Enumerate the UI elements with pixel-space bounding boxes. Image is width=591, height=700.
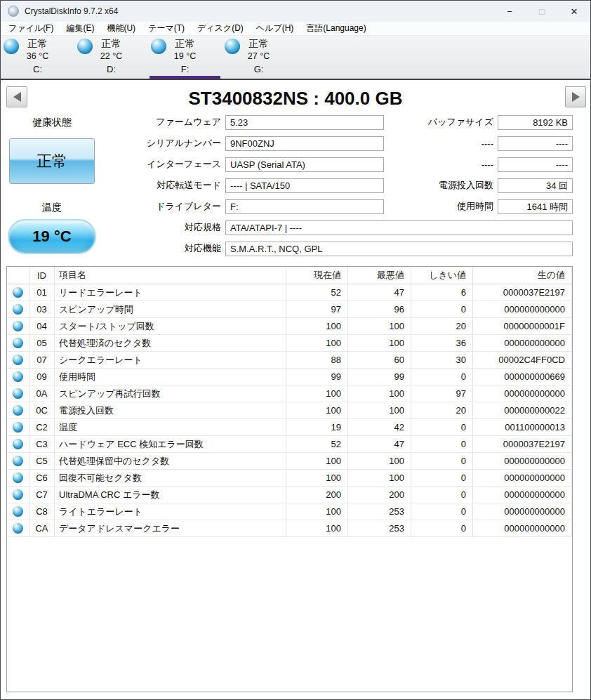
attribute-name: リードエラーレート — [55, 284, 286, 301]
header-id: ID — [29, 267, 55, 284]
table-row[interactable]: C7 UltraDMA CRC エラー数 200 200 0 000000000… — [7, 487, 572, 503]
info-field-row: ドライブレター F: — [1, 199, 384, 213]
attribute-current: 100 — [286, 335, 348, 351]
attribute-name: 温度 — [55, 419, 286, 435]
table-row[interactable]: 01 リードエラーレート 52 47 6 0000037E2197 — [7, 284, 572, 301]
attribute-worst: 47 — [348, 284, 411, 301]
attribute-status-icon — [13, 523, 23, 534]
maximize-button[interactable]: □ — [526, 1, 558, 22]
field-label: バッファサイズ — [387, 116, 498, 128]
row-status-cell — [7, 352, 29, 368]
attribute-worst: 47 — [348, 436, 411, 452]
menu-file[interactable]: ファイル(F) — [2, 22, 60, 34]
close-button[interactable]: ✕ — [558, 1, 590, 22]
attribute-raw: 000000000669 — [473, 369, 572, 385]
attribute-threshold: 0 — [411, 520, 473, 536]
drive-tab-f-selected[interactable]: 正常 19 °C F: — [148, 36, 222, 79]
attribute-current: 99 — [286, 369, 348, 385]
tab-drive-letter: C: — [1, 64, 74, 74]
attribute-worst: 60 — [348, 352, 411, 368]
table-row[interactable]: C6 回復不可能セクタ数 100 100 0 000000000000 — [7, 470, 572, 487]
table-row[interactable]: C3 ハードウェア ECC 検知エラー回数 52 47 0 0000037E21… — [7, 436, 572, 453]
drive-tab-d[interactable]: 正常 22 °C D: — [74, 36, 148, 79]
table-row[interactable]: CA データアドレスマークエラー 100 253 0 000000000000 — [7, 520, 572, 537]
attribute-raw: 000000000000 — [473, 453, 572, 469]
attribute-id: 09 — [29, 369, 55, 385]
row-status-cell — [7, 402, 29, 418]
menu-language[interactable]: 言語(Language) — [300, 22, 372, 34]
drive-tab-c[interactable]: 正常 36 °C C: — [1, 36, 74, 79]
table-row[interactable]: 03 スピンアップ時間 97 96 0 000000000000 — [7, 301, 572, 318]
table-row[interactable]: C8 ライトエラーレート 100 253 0 000000000000 — [7, 503, 572, 520]
field-label: 対応転送モード — [1, 179, 225, 192]
tab-temperature: 22 °C — [74, 51, 148, 61]
table-row[interactable]: 05 代替処理済のセクタ数 100 100 36 000000000000 — [7, 335, 572, 352]
attribute-id: 04 — [29, 318, 55, 334]
field-value: ---- — [498, 136, 573, 151]
header-worst-value: 最悪値 — [348, 267, 411, 284]
attribute-worst: 42 — [348, 419, 411, 435]
table-row[interactable]: C2 温度 19 42 0 001100000013 — [7, 419, 572, 436]
menu-bar: ファイル(F) 編集(E) 機能(U) テーマ(T) ディスク(D) ヘルプ(H… — [1, 22, 590, 36]
field-value: 1641 時間 — [498, 199, 573, 214]
table-row[interactable]: 07 シークエラーレート 88 60 30 00002C4FF0CD — [7, 352, 572, 369]
attribute-current: 100 — [286, 402, 348, 418]
attribute-name: 電源投入回数 — [55, 402, 286, 418]
attribute-status-icon — [13, 321, 23, 331]
attribute-worst: 100 — [348, 335, 411, 351]
attribute-raw: 000000000000 — [473, 385, 572, 402]
minimize-button[interactable]: − — [493, 1, 526, 22]
attribute-current: 52 — [286, 284, 348, 301]
table-row[interactable]: 09 使用時間 99 99 0 000000000669 — [7, 369, 572, 385]
arrow-right-icon — [572, 92, 580, 102]
table-row[interactable]: C5 代替処理保留中のセクタ数 100 100 0 000000000000 — [7, 453, 572, 470]
attribute-status-icon — [13, 304, 23, 315]
attribute-status-icon — [13, 405, 23, 416]
table-row[interactable]: 04 スタート/ストップ回数 100 100 20 00000000001F — [7, 318, 572, 335]
attribute-worst: 100 — [348, 318, 411, 334]
row-status-cell — [7, 470, 29, 486]
attribute-raw: 000000000000 — [473, 520, 572, 536]
menu-function[interactable]: 機能(U) — [100, 22, 142, 34]
attribute-status-icon — [13, 388, 23, 399]
tab-temperature: 19 °C — [148, 51, 222, 61]
attribute-id: CA — [29, 520, 55, 536]
attribute-raw: 001100000013 — [473, 419, 572, 435]
info-field-row: 電源投入回数 34 回 — [387, 178, 573, 192]
table-row[interactable]: 0A スピンアップ再試行回数 100 100 97 000000000000 — [7, 385, 572, 402]
attribute-raw: 000000000022 — [473, 402, 572, 418]
attribute-status-icon — [13, 371, 23, 382]
header-status — [7, 267, 29, 284]
attribute-worst: 200 — [348, 487, 411, 503]
drive-tab-g[interactable]: 正常 27 °C G: — [222, 36, 296, 79]
menu-help[interactable]: ヘルプ(H) — [250, 22, 300, 34]
attribute-status-icon — [13, 287, 23, 298]
attribute-worst: 100 — [348, 402, 411, 418]
row-status-cell — [7, 385, 29, 402]
menu-disk[interactable]: ディスク(D) — [191, 22, 250, 34]
table-row[interactable]: 0C 電源投入回数 100 100 20 000000000022 — [7, 402, 572, 419]
attribute-worst: 96 — [348, 301, 411, 317]
attribute-status-icon — [13, 439, 23, 449]
attribute-status-icon — [13, 473, 23, 483]
arrow-left-icon — [13, 92, 21, 102]
drive-tab-bar: 正常 36 °C C: 正常 22 °C D: 正常 19 °C F: 正常 2… — [1, 36, 590, 80]
attribute-threshold: 0 — [411, 453, 473, 469]
info-field-row: 対応転送モード ---- | SATA/150 — [1, 178, 384, 192]
attribute-name: 回復不可能セクタ数 — [55, 470, 286, 486]
menu-theme[interactable]: テーマ(T) — [142, 22, 191, 34]
attribute-threshold: 0 — [411, 369, 473, 385]
attribute-raw: 0000037E2197 — [473, 284, 572, 301]
attribute-threshold: 0 — [411, 419, 473, 435]
previous-drive-button[interactable] — [6, 86, 27, 107]
attribute-current: 100 — [286, 318, 348, 334]
field-label: ファームウェア — [1, 116, 225, 128]
menu-edit[interactable]: 編集(E) — [60, 22, 100, 34]
attribute-threshold: 0 — [411, 436, 473, 452]
field-value: ATA/ATAPI-7 | ---- — [225, 220, 573, 235]
attribute-status-icon — [13, 338, 23, 348]
attribute-worst: 100 — [348, 453, 411, 469]
header-raw-value: 生の値 — [473, 267, 572, 284]
field-value: S.M.A.R.T., NCQ, GPL — [225, 242, 573, 256]
next-drive-button[interactable] — [565, 86, 586, 107]
